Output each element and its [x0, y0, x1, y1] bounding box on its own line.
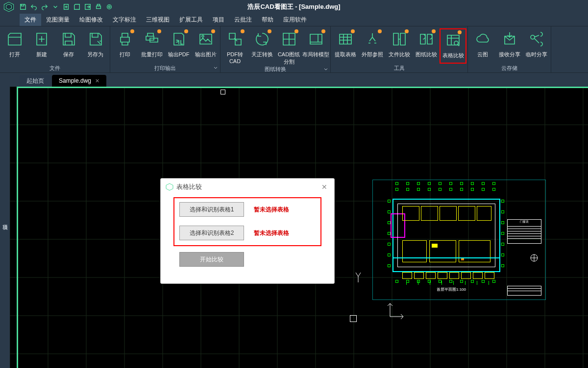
ribbon-label: 云图 [477, 51, 488, 58]
menu-4[interactable]: 三维视图 [141, 14, 174, 26]
ribbon-btn-tempshare[interactable]: 临时分享 [523, 28, 550, 64]
sidebar-project[interactable]: 项目 [0, 73, 10, 368]
floor-plan [392, 194, 500, 282]
qat-print-icon[interactable] [94, 2, 103, 11]
table-1-status: 暂未选择表格 [254, 206, 289, 214]
menu-6[interactable]: 项目 [208, 14, 229, 26]
badge-icon [351, 29, 355, 33]
badge-icon [268, 29, 271, 33]
menu-0[interactable]: 文件 [20, 14, 41, 26]
ribbon-btn-dwgcmp[interactable]: 图纸比较 [413, 28, 440, 64]
qat-export-icon[interactable] [83, 2, 92, 11]
qat-save-icon[interactable] [19, 2, 27, 11]
selection-handle[interactable] [350, 315, 357, 322]
ribbon-btn-pdf[interactable]: 输出PDF [165, 28, 192, 64]
menu-2[interactable]: 绘图修改 [74, 14, 108, 26]
ribbon-btn-new[interactable]: 新建 [28, 28, 55, 64]
ribbon-label: 天正转换 [251, 51, 273, 58]
app-logo [3, 1, 15, 13]
start-compare-button[interactable]: 开始比较 [179, 252, 244, 267]
tab-start-page[interactable]: 起始页 [20, 75, 51, 87]
tab-document[interactable]: Sample.dwg ✕ [52, 75, 106, 87]
ribbon-btn-table[interactable]: 提取表格 [332, 28, 359, 64]
ribbon-label: 外部参照 [362, 51, 383, 58]
ribbon: 打开新建保存另存为文件打印批量打印输出PDF输出图片打印输出PDF转CAD天正转… [0, 26, 588, 73]
svg-rect-4 [97, 6, 101, 8]
menu-5[interactable]: 扩展工具 [174, 14, 208, 26]
menu-9[interactable]: 应用软件 [278, 14, 312, 26]
ribbon-btn-image[interactable]: 输出图片 [192, 28, 219, 64]
ribbon-btn-open[interactable]: 打开 [1, 28, 28, 64]
selection-highlight-box: 选择和识别表格1 暂未选择表格 选择和识别表格2 暂未选择表格 [173, 197, 321, 246]
compass-icon [530, 253, 539, 262]
badge-icon [294, 29, 298, 33]
ribbon-btn-pdfcad[interactable]: PDF转CAD [221, 28, 248, 66]
save-icon [60, 30, 77, 48]
ribbon-group-打印输出: 打印批量打印输出PDF输出图片打印输出 [110, 26, 220, 72]
close-icon[interactable]: ✕ [95, 78, 99, 84]
ribbon-label: 另存为 [87, 51, 103, 58]
close-icon[interactable]: ✕ [319, 182, 329, 192]
receive-icon [501, 30, 518, 48]
svg-marker-0 [4, 2, 13, 11]
ucs-icon [386, 299, 406, 319]
drawing-preview: 首层平面图1:100 门窗表 [372, 180, 546, 300]
ribbon-btn-convert[interactable]: 天正转换 [248, 28, 275, 66]
dialog-titlebar: 表格比较 ✕ [161, 179, 334, 195]
main-menu: 文件览图测量绘图修改文字标注三维视图扩展工具项目云批注帮助应用软件 [0, 14, 588, 26]
ribbon-btn-split[interactable]: CAD图纸分割 [275, 28, 302, 66]
ribbon-group-图纸转换: PDF转CAD天正转换CAD图纸分割布局转模型图纸转换 [220, 26, 331, 72]
ribbon-btn-saveas[interactable]: 另存为 [82, 28, 109, 64]
ribbon-btn-cloud[interactable]: 云图 [469, 28, 496, 64]
ribbon-label: 临时分享 [526, 51, 547, 58]
ribbon-label: 输出PDF [168, 51, 190, 58]
menu-7[interactable]: 云批注 [229, 14, 257, 26]
dialog-logo-icon [166, 183, 173, 191]
ribbon-group-工具: 提取表格外部参照文件比较图纸比较表格比较工具 [331, 26, 468, 72]
qat-undo-icon[interactable] [29, 2, 38, 11]
table-2-status: 暂未选择表格 [254, 229, 289, 237]
ribbon-label: 提取表格 [335, 51, 356, 58]
menu-1[interactable]: 览图测量 [41, 14, 74, 26]
select-table-2-button[interactable]: 选择和识别表格2 [179, 226, 244, 240]
ribbon-btn-xref[interactable]: 外部参照 [359, 28, 386, 64]
qat-open-icon[interactable] [73, 2, 81, 11]
ribbon-label: 表格比较 [442, 52, 464, 59]
dialog-title: 表格比较 [176, 183, 202, 191]
schedule-table-1: 门窗表 [507, 219, 541, 244]
new-icon [33, 30, 50, 48]
ribbon-btn-layout[interactable]: 布局转模型 [302, 28, 329, 66]
ribbon-btn-print[interactable]: 打印 [111, 28, 138, 64]
ribbon-btn-receive[interactable]: 接收分享 [496, 28, 523, 64]
badge-icon [157, 29, 161, 33]
cloud-icon [474, 30, 491, 48]
ribbon-group-云存储: 云图接收分享临时分享云存储 [468, 26, 551, 72]
ribbon-label: 保存 [63, 51, 74, 58]
quick-access-toolbar [19, 2, 114, 11]
svg-rect-5 [97, 4, 99, 6]
menu-8[interactable]: 帮助 [257, 14, 278, 26]
badge-icon [321, 29, 325, 33]
qat-settings-icon[interactable] [105, 2, 114, 11]
badge-icon [378, 29, 382, 33]
svg-marker-33 [166, 184, 173, 190]
document-tabs: 起始页 Sample.dwg ✕ [0, 73, 588, 87]
caret-down-icon[interactable] [323, 67, 328, 72]
menu-3[interactable]: 文字标注 [108, 14, 141, 26]
qat-dropdown-icon[interactable] [51, 2, 60, 11]
select-table-1-button[interactable]: 选择和识别表格1 [179, 202, 244, 217]
tempshare-icon [528, 30, 545, 48]
ribbon-label: 打开 [9, 51, 20, 58]
ribbon-label: PDF转CAD [221, 51, 248, 64]
caret-down-icon[interactable] [213, 66, 218, 70]
ribbon-btn-save[interactable]: 保存 [55, 28, 82, 64]
qat-new-icon[interactable] [62, 2, 71, 11]
selection-handle[interactable] [220, 90, 225, 94]
title-block [507, 286, 541, 296]
ribbon-btn-batchprint[interactable]: 批量打印 [138, 28, 165, 64]
badge-icon [432, 29, 436, 33]
open-icon [6, 30, 24, 48]
ribbon-btn-filecmp[interactable]: 文件比较 [386, 28, 413, 64]
ribbon-btn-tblcmp[interactable]: 表格比较 [440, 28, 466, 64]
qat-redo-icon[interactable] [40, 2, 49, 11]
